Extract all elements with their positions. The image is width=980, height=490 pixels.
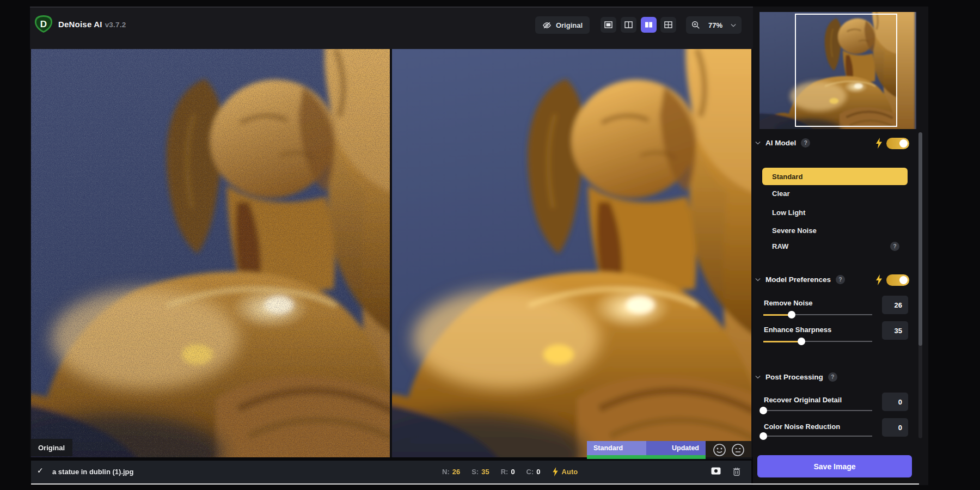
- original-statue-image: [31, 49, 390, 457]
- chevron-down-icon: [755, 375, 761, 379]
- save-image-button[interactable]: Save Image: [757, 455, 912, 477]
- post-processing-help-icon[interactable]: ?: [828, 372, 837, 382]
- ai-model-help-icon[interactable]: ?: [801, 138, 810, 148]
- lightning-bolt-icon: [552, 467, 559, 476]
- remove-noise-slider[interactable]: [763, 311, 872, 318]
- model-preferences-help-icon[interactable]: ?: [836, 275, 845, 284]
- processing-progress-bar: [587, 455, 706, 459]
- view-mode-single-button[interactable]: [601, 17, 616, 33]
- app-version: v3.7.2: [105, 21, 126, 29]
- post-processing-section-header[interactable]: Post Processing ?: [755, 372, 837, 382]
- side-by-side-view-icon: [645, 21, 653, 28]
- chevron-down-icon: [755, 278, 761, 281]
- lightning-bolt-icon: [875, 274, 883, 285]
- model-item-clear[interactable]: Clear: [762, 185, 908, 201]
- recover-original-detail-label: Recover Original Detail: [764, 396, 842, 404]
- happy-face-icon[interactable]: [713, 443, 726, 457]
- settings-summary: N:26 S:35 R:0 C:0 Auto: [442, 467, 578, 476]
- filename-label: a statue in dublin (1).jpg: [52, 468, 134, 476]
- color-noise-reduction-slider[interactable]: [763, 432, 872, 440]
- slider-thumb[interactable]: [788, 311, 795, 318]
- comparison-view-icon: [664, 21, 672, 28]
- raw-help-icon[interactable]: ?: [890, 242, 899, 251]
- neutral-face-icon[interactable]: [731, 443, 745, 457]
- slider-thumb[interactable]: [759, 432, 767, 440]
- single-view-icon: [604, 21, 612, 28]
- model-item-raw[interactable]: RAW ?: [762, 238, 908, 254]
- preview-toggle-icon[interactable]: [711, 467, 721, 475]
- result-badge: Standard Updated: [587, 441, 706, 455]
- model-item-standard[interactable]: Standard: [762, 168, 908, 185]
- app-title: DeNoise AIv3.7.2: [58, 20, 126, 29]
- sidebar-scrollbar[interactable]: [918, 132, 922, 438]
- split-view-icon: [624, 21, 633, 28]
- badge-status: Updated: [646, 441, 706, 455]
- scrollbar-thumb[interactable]: [918, 132, 922, 346]
- file-status-bar: [31, 461, 751, 483]
- original-panel-label: Original: [31, 439, 72, 456]
- app-logo-icon: D: [34, 14, 53, 34]
- recover-original-detail-value[interactable]: 0: [882, 393, 908, 411]
- file-check-icon: ✓: [37, 466, 44, 475]
- denoised-statue-image: [392, 49, 751, 457]
- chevron-down-icon: [731, 23, 736, 27]
- slider-thumb[interactable]: [759, 407, 767, 414]
- navigation-thumbnail[interactable]: [759, 12, 916, 129]
- zoom-control[interactable]: 77%: [686, 16, 742, 34]
- model-item-low-light[interactable]: Low Light: [762, 204, 908, 220]
- chevron-down-icon: [755, 141, 761, 145]
- feedback-buttons: [706, 441, 752, 459]
- app-window: D DeNoise AIv3.7.2 Original: [0, 0, 980, 490]
- original-image-panel[interactable]: [31, 49, 390, 457]
- enhance-sharpness-slider[interactable]: [763, 338, 872, 345]
- recover-stat: R:0: [501, 468, 515, 476]
- color-noise-reduction-value[interactable]: 0: [882, 418, 908, 437]
- color-noise-reduction-label: Color Noise Reduction: [764, 422, 840, 431]
- color-stat: C:0: [526, 468, 541, 476]
- remove-noise-value[interactable]: 26: [882, 296, 908, 314]
- window-bottom-edge: [31, 483, 919, 485]
- svg-text:D: D: [40, 19, 47, 29]
- enhance-sharpness-value[interactable]: 35: [882, 321, 908, 340]
- model-preferences-auto-toggle[interactable]: [886, 274, 909, 286]
- sharpness-stat: S:35: [471, 468, 489, 476]
- ai-model-auto-toggle[interactable]: [886, 138, 909, 149]
- noise-stat: N:26: [442, 468, 460, 476]
- lightning-bolt-icon: [875, 138, 883, 149]
- ai-model-section-header[interactable]: AI Model ?: [755, 138, 810, 148]
- model-item-severe-noise[interactable]: Severe Noise: [762, 222, 908, 238]
- view-mode-side-by-side-button[interactable]: [641, 17, 657, 33]
- recover-original-detail-slider[interactable]: [763, 407, 872, 414]
- view-mode-split-button[interactable]: [621, 17, 636, 33]
- slider-thumb[interactable]: [798, 338, 805, 345]
- badge-model-name: Standard: [587, 441, 646, 455]
- zoom-in-icon: [691, 21, 700, 29]
- remove-noise-label: Remove Noise: [764, 299, 813, 307]
- eye-off-icon: [542, 21, 552, 29]
- model-preferences-section-header[interactable]: Model Preferences ?: [755, 275, 845, 284]
- enhance-sharpness-label: Enhance Sharpness: [764, 326, 831, 334]
- viewport-rectangle[interactable]: [795, 14, 897, 127]
- processed-image-panel[interactable]: [392, 49, 751, 457]
- view-mode-comparison-button[interactable]: [660, 17, 676, 33]
- show-original-button[interactable]: Original: [535, 16, 590, 34]
- auto-settings-indicator[interactable]: Auto: [552, 467, 578, 476]
- zoom-level-value: 77%: [708, 21, 722, 29]
- trash-icon[interactable]: [733, 467, 740, 476]
